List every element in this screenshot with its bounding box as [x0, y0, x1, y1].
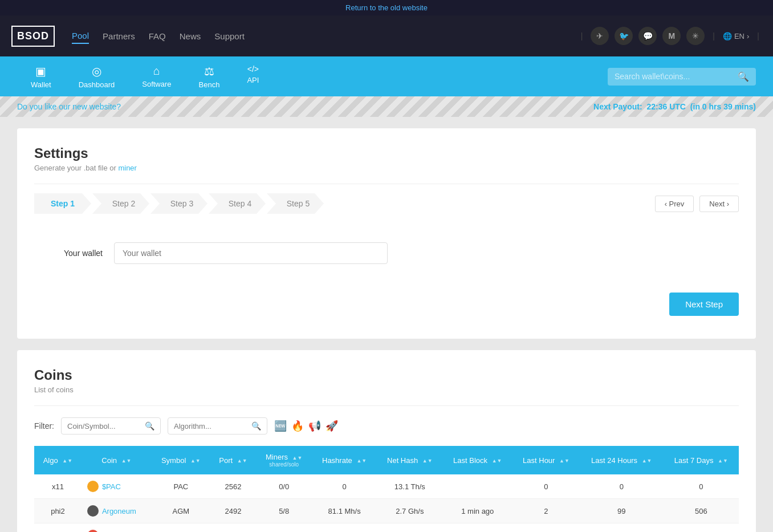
th-symbol[interactable]: Symbol ▲▼ [152, 446, 210, 474]
nav-news[interactable]: News [180, 29, 201, 43]
algo-filter-input-wrapper: 🔍 [168, 417, 267, 434]
search-input[interactable] [615, 72, 733, 81]
wallet-label: Your wallet [34, 249, 103, 258]
twitter-icon[interactable]: 🐦 [615, 27, 633, 45]
coins-table: Algo ▲▼ Coin ▲▼ Symbol ▲▼ Port ▲▼ Miners… [34, 446, 739, 532]
th-coin[interactable]: Coin ▲▼ [82, 446, 152, 474]
wallet-form: Your wallet [34, 231, 739, 275]
coin-filter-input[interactable] [67, 422, 141, 431]
nav-pool[interactable]: Pool [72, 29, 89, 44]
next-button[interactable]: Next › [699, 196, 739, 212]
row-algo: phi2 [34, 499, 82, 523]
step-3[interactable]: Step 3 [150, 193, 208, 214]
header: BSOD Pool Partners FAQ News Support | ✈ … [0, 15, 773, 56]
telegram-icon[interactable]: ✈ [591, 27, 609, 45]
hot-filter-icon[interactable]: 🔥 [291, 420, 304, 432]
step-2-label: Step 2 [112, 199, 135, 208]
steps-bar: Step 1 Step 2 Step 3 Step 4 Step 5 ‹ Pre… [34, 193, 739, 214]
old-website-link[interactable]: Return to the old website [345, 3, 428, 12]
th-port[interactable]: Port ▲▼ [210, 446, 256, 474]
divider3: | [757, 31, 759, 40]
table-row: x11 $PAC PAC 2562 0/0 0 13.1 Th/s 0 0 0 [34, 474, 739, 499]
discord-icon[interactable]: 💬 [638, 27, 657, 45]
nav-partners[interactable]: Partners [103, 29, 135, 43]
th-lasthour[interactable]: Last Hour ▲▼ [512, 446, 580, 474]
row-lastblock [443, 474, 512, 499]
step-3-label: Step 3 [170, 199, 193, 208]
promoted-filter-icon[interactable]: 📢 [308, 420, 321, 432]
step-5-label: Step 5 [287, 199, 310, 208]
next-step-button[interactable]: Next Step [669, 293, 739, 316]
row-last24: 99 [580, 499, 664, 523]
th-hashrate[interactable]: Hashrate ▲▼ [312, 446, 377, 474]
payout-countdown: (in 0 hrs 39 mins) [690, 102, 756, 111]
sub-nav-bench[interactable]: ⚖ Bench [185, 60, 234, 94]
step-4-label: Step 4 [229, 199, 251, 208]
row-algo: x11 [34, 523, 82, 533]
filter-label: Filter: [34, 421, 54, 431]
settings-title: Settings [34, 145, 739, 161]
coins-divider [34, 405, 739, 406]
filter-bar: Filter: 🔍 🔍 🆕 🔥 📢 🚀 [34, 417, 739, 434]
nav-support[interactable]: Support [214, 29, 245, 43]
payout-info: Next Payout: 22:36 UTC (in 0 hrs 39 mins… [593, 102, 756, 111]
row-nethash: 13.1 Th/s [377, 474, 443, 499]
row-hashrate: 81.1 Mh/s [312, 499, 377, 523]
coin-filter-input-wrapper: 🔍 [61, 417, 161, 434]
th-last7[interactable]: Last 7 Days ▲▼ [664, 446, 739, 474]
step-5[interactable]: Step 5 [267, 193, 324, 214]
new-website-message: Do you like our new website? [17, 102, 121, 111]
sub-nav-wallet[interactable]: ▣ Wallet [17, 60, 65, 94]
row-coin: AXE coin [82, 523, 152, 533]
sub-nav-dashboard[interactable]: ◎ Dashboard [65, 60, 129, 94]
starburst-icon[interactable]: ✳ [686, 27, 705, 45]
divider: | [581, 31, 583, 40]
sub-nav-api[interactable]: </> API [233, 60, 272, 94]
th-miners[interactable]: Miners ▲▼shared/solo [256, 446, 312, 474]
algo-search-icon: 🔍 [251, 421, 261, 431]
nav-faq[interactable]: FAQ [149, 29, 166, 43]
bench-icon: ⚖ [204, 64, 214, 78]
row-miners: 25/6 [256, 523, 312, 533]
api-icon: </> [247, 64, 259, 74]
row-lastblock: 23 mins ago [443, 523, 512, 533]
th-last24[interactable]: Last 24 Hours ▲▼ [580, 446, 664, 474]
software-icon: ⌂ [153, 64, 160, 78]
row-last7: 126 [664, 523, 739, 533]
coins-tbody: x11 $PAC PAC 2562 0/0 0 13.1 Th/s 0 0 0 … [34, 474, 739, 532]
algo-filter-input[interactable] [174, 422, 248, 431]
step-4[interactable]: Step 4 [209, 193, 266, 214]
prev-button[interactable]: ‹ Prev [655, 196, 694, 212]
step-2[interactable]: Step 2 [92, 193, 149, 214]
sub-nav-software[interactable]: ⌂ Software [128, 60, 185, 94]
row-symbol: AXE [152, 523, 210, 533]
sub-nav-bench-label: Bench [199, 80, 220, 89]
medium-icon[interactable]: M [662, 27, 681, 45]
row-last24: 0 [580, 474, 664, 499]
coin-icon [87, 505, 99, 517]
row-port: 2562 [210, 474, 256, 499]
main-content: Settings Generate your .bat file or mine… [0, 117, 773, 532]
wallet-input[interactable] [114, 242, 388, 264]
row-lasthour: 2 [512, 499, 580, 523]
row-symbol: PAC [152, 474, 210, 499]
miner-link[interactable]: miner [118, 164, 137, 172]
coins-title: Coins [34, 367, 739, 383]
table-row: phi2 Argoneum AGM 2492 5/8 81.1 Mh/s 2.7… [34, 499, 739, 523]
rocket-filter-icon[interactable]: 🚀 [326, 420, 338, 432]
coin-link[interactable]: $PAC [102, 482, 121, 491]
logo[interactable]: BSOD [11, 26, 55, 47]
th-nethash[interactable]: Net Hash ▲▼ [377, 446, 443, 474]
th-lastblock[interactable]: Last Block ▲▼ [443, 446, 512, 474]
language-selector[interactable]: 🌐 EN › [723, 32, 749, 40]
divider2: | [713, 31, 715, 40]
th-algo[interactable]: Algo ▲▼ [34, 446, 82, 474]
payout-time: 22:36 UTC [646, 102, 685, 111]
new-filter-icon[interactable]: 🆕 [274, 420, 287, 432]
coin-link[interactable]: Argoneum [102, 507, 136, 515]
row-port: 2492 [210, 499, 256, 523]
dashboard-icon: ◎ [92, 64, 101, 78]
row-last7: 506 [664, 499, 739, 523]
row-lastblock: 1 min ago [443, 499, 512, 523]
step-1[interactable]: Step 1 [34, 193, 91, 214]
